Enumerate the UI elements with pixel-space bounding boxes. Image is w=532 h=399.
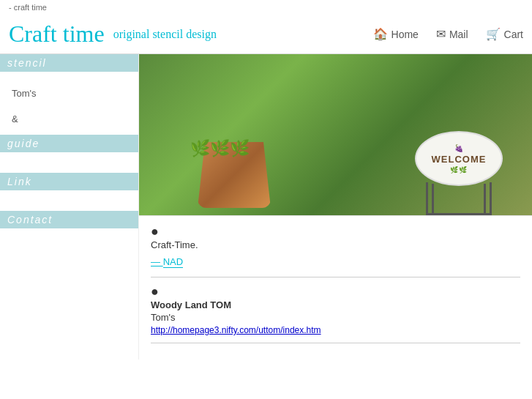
welcome-leaves: 🌿🌿	[450, 166, 468, 174]
site-title: Craft time	[9, 20, 105, 48]
main-nav: 🏠 Home ✉ Mail 🛒 Cart	[373, 27, 523, 41]
mail-icon: ✉	[436, 27, 446, 41]
welcome-text: WELCOME	[432, 154, 487, 165]
bullet-dot-1: ●	[151, 225, 520, 238]
nad-label: NAD	[163, 256, 183, 268]
craft-time-text: Craft-Time.	[151, 239, 520, 250]
external-link[interactable]: http://homepage3.nifty.com/uttom/index.h…	[151, 325, 321, 335]
top-bar-text: - craft time	[9, 3, 47, 12]
main-content: 🌿🌿🌿 🍇 WELCOME 🌿🌿 ● Craft-Time. — NAD ● W…	[139, 54, 532, 359]
welcome-stand	[426, 182, 492, 215]
cart-nav-link[interactable]: 🛒 Cart	[486, 27, 523, 41]
bullet-section-1: ● Craft-Time. — NAD	[151, 225, 520, 268]
sidebar-section-stencil: stencil	[0, 54, 138, 72]
pot-flowers: 🌿🌿🌿	[190, 139, 250, 158]
site-subtitle: original stencil design	[113, 28, 217, 41]
hero-image: 🌿🌿🌿 🍇 WELCOME 🌿🌿	[139, 54, 532, 215]
sidebar-section-contact: Contact	[0, 211, 138, 228]
woody-land-title: Woody Land TOM	[151, 299, 520, 310]
section-divider-1	[151, 277, 520, 277]
mail-label: Mail	[449, 29, 468, 40]
cart-icon: 🛒	[486, 27, 501, 41]
header: Craft time original stencil design 🏠 Hom…	[0, 15, 532, 54]
home-icon: 🏠	[373, 27, 388, 41]
cart-label: Cart	[504, 29, 523, 40]
home-label: Home	[391, 29, 419, 40]
sidebar-item-toms[interactable]: Tom's	[0, 83, 138, 103]
mail-nav-link[interactable]: ✉ Mail	[436, 27, 468, 41]
toms-subtitle: Tom's	[151, 312, 520, 323]
nad-prefix: —	[151, 256, 163, 267]
top-bar: - craft time	[0, 0, 532, 15]
bullet-dot-2: ●	[151, 285, 520, 298]
section-divider-2	[151, 343, 520, 343]
sidebar-section-guide: guide	[0, 135, 138, 152]
home-nav-link[interactable]: 🏠 Home	[373, 27, 419, 41]
bullet-section-2: ● Woody Land TOM Tom's http://homepage3.…	[151, 285, 520, 335]
welcome-sign: 🍇 WELCOME 🌿🌿	[415, 131, 503, 186]
sidebar-section-link: Link	[0, 173, 138, 190]
nad-link[interactable]: — NAD	[151, 256, 183, 268]
welcome-grapes: 🍇	[454, 144, 464, 152]
sidebar: stencil Tom's & guide Link Contact	[0, 54, 139, 359]
sidebar-item-amp[interactable]: &	[0, 109, 138, 129]
layout: stencil Tom's & guide Link Contact 🌿🌿🌿 🍇…	[0, 54, 532, 359]
content-area: ● Craft-Time. — NAD ● Woody Land TOM Tom…	[139, 215, 532, 359]
